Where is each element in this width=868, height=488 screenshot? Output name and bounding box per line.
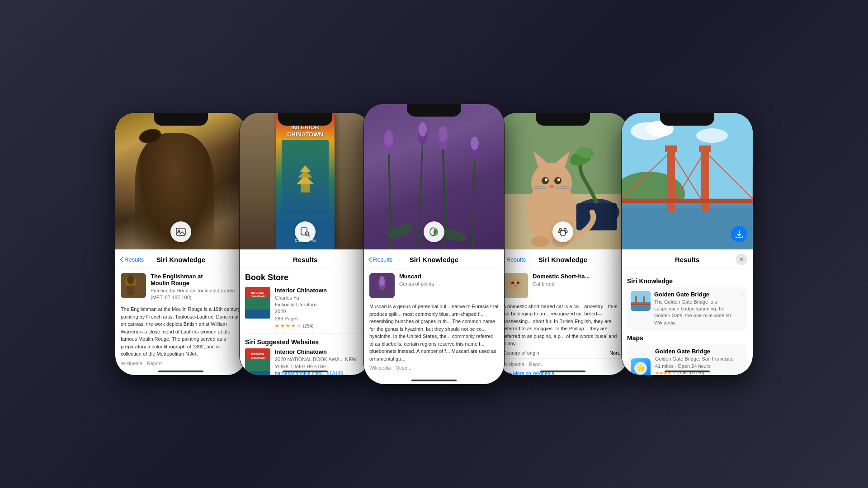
svg-point-59 (557, 178, 560, 181)
svg-point-33 (439, 126, 448, 141)
phone-3-notch (407, 104, 461, 117)
phone-1-lookup-icon[interactable] (170, 221, 191, 242)
phone-3-thumb (369, 273, 395, 298)
phone-5-wiki-card[interactable]: Golden Gate Bridge The Golden Gate Bridg… (627, 287, 747, 330)
svg-point-31 (419, 122, 427, 136)
phone-3-back-label: Results (373, 256, 392, 263)
phone-1-result-sub: Painting by Henri de Toulouse-Lautrec (M… (151, 287, 241, 301)
svg-rect-20 (245, 371, 270, 375)
phone-4-report[interactable]: Repo... (529, 361, 545, 367)
svg-rect-47 (576, 203, 617, 230)
phone-2-star-2: ★ (280, 323, 285, 329)
phone-4-screen: Results Siri Knowledge (497, 113, 628, 375)
phone-5-wiki-info: Golden Gate Bridge The Golden Gate Bridg… (654, 291, 738, 327)
phones-row: Results Siri Knowledge (102, 104, 766, 384)
phone-2-book-cover: INTERIOR CHINATOWN (245, 287, 270, 319)
phone-4-back-button[interactable]: Results (502, 256, 526, 263)
phone-5-image (622, 113, 753, 249)
phone-2-book-year: 2020 (275, 308, 365, 315)
phone-2-suggested-title: Siri Suggested Websites (245, 338, 365, 346)
svg-point-65 (531, 236, 549, 247)
photo-icon (176, 227, 186, 237)
phone-5-wiki-source: Wikipedia (654, 319, 738, 326)
phone-1: Results Siri Knowledge (115, 113, 246, 375)
svg-rect-10 (301, 228, 307, 235)
svg-point-51 (531, 163, 572, 203)
svg-point-42 (379, 276, 385, 286)
phone-4-source-row: Wikipedia Repo... (503, 361, 623, 367)
phone-5-wrapper: Results ✕ Siri Knowledge (622, 113, 753, 375)
phone-5-content: Siri Knowledge (622, 268, 753, 375)
phone-3-back-button[interactable]: Results (368, 256, 392, 263)
phone-2-suggested-book-title: Interior Chinatown (275, 348, 365, 355)
svg-rect-15 (245, 310, 270, 319)
phone-1-source: Wikipedia (121, 361, 142, 366)
phone-4-description: A domestic short-haired cat is a ca... a… (503, 303, 623, 347)
phone-1-nav-title: Siri Knowledge (156, 256, 205, 263)
phone-4-nav: Results Siri Knowledge (497, 249, 628, 268)
phone-4-result-title: Domestic Short-ha... (533, 273, 623, 280)
phone-5-wiki-chevron: › (742, 291, 744, 327)
phone-2: INTERIORCHINATOWN Charles Yu (240, 113, 371, 375)
phone-2-screen: INTERIORCHINATOWN Charles Yu (240, 113, 371, 375)
phone-4-info-value: Nort... (609, 350, 623, 356)
phone-1-report[interactable]: Report (147, 361, 162, 366)
phone-5-wiki-thumb (631, 291, 651, 311)
phone-4-back-label: Results (506, 256, 526, 263)
svg-rect-89 (622, 199, 753, 203)
phone-2-image: INTERIORCHINATOWN Charles Yu (240, 113, 371, 249)
phone-2-suggested-cover: INTERIOR CHINATOWN (245, 348, 270, 375)
phone-5-siri-title: Siri Knowledge (627, 277, 747, 285)
phone-1-image (115, 113, 246, 249)
phone-3-source: Wikipedia (369, 365, 391, 371)
phone-4-notch (536, 113, 590, 126)
phone-1-screen: Results Siri Knowledge (115, 113, 246, 375)
phone-3-image (364, 104, 504, 249)
phone-5-close-label: ✕ (739, 256, 744, 263)
svg-marker-9 (300, 165, 311, 172)
phone-4-content: Domestic Short-ha... Cat breed A domesti… (497, 268, 628, 375)
phone-5: Results ✕ Siri Knowledge (622, 113, 753, 375)
phone-5-bottom: Results ✕ Siri Knowledge (622, 249, 753, 375)
bridge-thumb (631, 291, 651, 311)
svg-text:INTERIOR: INTERIOR (251, 353, 264, 356)
svg-point-29 (384, 130, 393, 146)
phone-5-maps-thumb: ⭐ (631, 358, 651, 375)
phone-5-maps-distance: 41 miles · Open 24 hours (655, 363, 744, 370)
svg-rect-14 (245, 298, 270, 310)
svg-text:⭐: ⭐ (636, 364, 645, 372)
phone-5-close-button[interactable]: ✕ (736, 253, 747, 265)
svg-rect-4 (127, 286, 134, 295)
phone-3-report[interactable]: Repo... (396, 365, 411, 371)
svg-text:CHINATOWN: CHINATOWN (251, 295, 265, 298)
phone-4-lookup-icon[interactable] (552, 221, 573, 242)
phone-2-star-3: ★ (286, 323, 290, 329)
phone-2-wrapper: INTERIORCHINATOWN Charles Yu (240, 113, 371, 375)
svg-rect-19 (245, 360, 270, 371)
suggested-book-thumb: INTERIOR CHINATOWN (245, 348, 270, 375)
phone-4-source: Wikipedia (503, 361, 524, 367)
phone-5-maps-subtitle: Golden Gate Bridge, San Francisco (655, 356, 744, 362)
phone-5-nav-title: Results (675, 256, 699, 263)
phone-2-rating-row: ★ ★ ★ ★ ★ (254) (275, 323, 365, 329)
phone-1-description: The Englishman at the Moulin Rouge is a … (121, 305, 241, 358)
phone-2-star-4: ★ (291, 323, 296, 329)
phone-1-home-indicator (158, 371, 203, 372)
phone-2-lookup-icon[interactable] (295, 221, 316, 242)
svg-text:INTERIOR: INTERIOR (251, 291, 264, 294)
svg-point-68 (560, 228, 562, 230)
phone-1-back-button[interactable]: Results (120, 256, 144, 263)
interior-chinatown-thumb: INTERIOR CHINATOWN (245, 287, 270, 319)
phone-2-book-pages: 288 Pages (275, 315, 365, 322)
phone-3-bottom: Results Siri Knowledge (364, 249, 504, 384)
leaf-icon (429, 227, 439, 237)
phone-5-download-icon[interactable] (731, 226, 747, 242)
phone-2-book-genre: Fiction & Literature (275, 301, 365, 308)
cat-thumb-icon (503, 273, 528, 298)
phone-2-section-title: Book Store (245, 273, 365, 282)
phone-1-result-card: The Englishman atMoulin Rouge Painting b… (121, 273, 241, 301)
phone-3-lookup-icon[interactable] (424, 221, 444, 242)
phone-2-bottom: Results Book Store INTERIO (240, 249, 371, 375)
phone-1-back-label: Results (124, 256, 144, 263)
svg-line-12 (308, 235, 310, 236)
